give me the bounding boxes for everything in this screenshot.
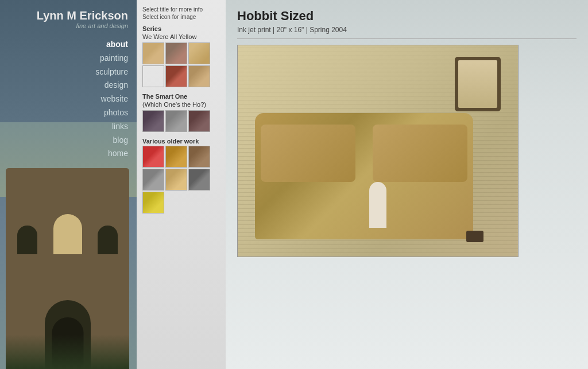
- various-thumbnails: [142, 146, 220, 213]
- thumb-s2-2[interactable]: [165, 110, 187, 132]
- thumb-s1-3[interactable]: [188, 42, 210, 64]
- thumb-v4[interactable]: [142, 169, 164, 191]
- nav-painting[interactable]: painting: [0, 52, 128, 65]
- person-element: [369, 182, 386, 228]
- thumb-v2[interactable]: [165, 146, 187, 168]
- thumb-s2-3[interactable]: [188, 110, 210, 132]
- sidebar: Lynn M Erickson fine art and design abou…: [0, 0, 137, 369]
- artwork-meta: Ink jet print | 20" x 16" | Spring 2004: [237, 26, 577, 39]
- nav-photos[interactable]: photos: [0, 106, 128, 120]
- nav-website[interactable]: website: [0, 92, 128, 106]
- sidebar-header: Lynn M Erickson fine art and design: [0, 0, 137, 32]
- nav-about[interactable]: about: [0, 38, 128, 52]
- series1-title: Series: [142, 25, 220, 32]
- thumb-v3[interactable]: [188, 146, 210, 168]
- series2-thumbnails: [142, 110, 220, 132]
- thumb-v7[interactable]: [142, 192, 164, 213]
- portrait-element: [455, 57, 501, 111]
- artwork-image-container: [237, 45, 577, 257]
- thumb-s1-2[interactable]: [165, 42, 187, 64]
- nav-sculpture[interactable]: sculpture: [0, 65, 128, 79]
- nav-links[interactable]: links: [0, 120, 128, 134]
- various-work: Various older work: [142, 138, 220, 213]
- artist-subtitle: fine art and design: [9, 22, 128, 29]
- sofa-element: [255, 113, 473, 239]
- middle-panel: Select title for more info Select icon f…: [137, 0, 226, 369]
- series2-subtitle: (Which One's the Ho?): [142, 101, 220, 108]
- series1-thumbnails: [142, 42, 220, 87]
- thumb-s1-5[interactable]: [165, 65, 187, 87]
- nav-design[interactable]: design: [0, 79, 128, 92]
- thumb-s1-4[interactable]: [142, 65, 164, 87]
- series-2: The Smart One (Which One's the Ho?): [142, 93, 220, 132]
- series1-subtitle: We Were All Yellow: [142, 33, 220, 40]
- thumb-s1-6[interactable]: [188, 65, 210, 87]
- nav-blog[interactable]: blog: [0, 134, 128, 147]
- artist-name: Lynn M Erickson: [9, 9, 128, 22]
- thumb-v1[interactable]: [142, 146, 164, 168]
- nav-menu: about painting sculpture design website …: [0, 32, 137, 161]
- phone-element: [466, 231, 483, 242]
- main-panel: Hobbit Sized Ink jet print | 20" x 16" |…: [226, 0, 588, 369]
- thumb-v6[interactable]: [188, 169, 210, 191]
- thumb-v5[interactable]: [165, 169, 187, 191]
- thumb-s2-1[interactable]: [142, 110, 164, 132]
- artwork-title: Hobbit Sized: [237, 9, 577, 24]
- various-title: Various older work: [142, 138, 220, 145]
- thumb-s1-1[interactable]: [142, 42, 164, 64]
- series-1: Series We Were All Yellow: [142, 25, 220, 87]
- nav-home[interactable]: home: [0, 147, 128, 161]
- select-hint: Select title for more info Select icon f…: [142, 6, 220, 21]
- series2-title: The Smart One: [142, 93, 220, 100]
- artwork-image[interactable]: [237, 45, 519, 257]
